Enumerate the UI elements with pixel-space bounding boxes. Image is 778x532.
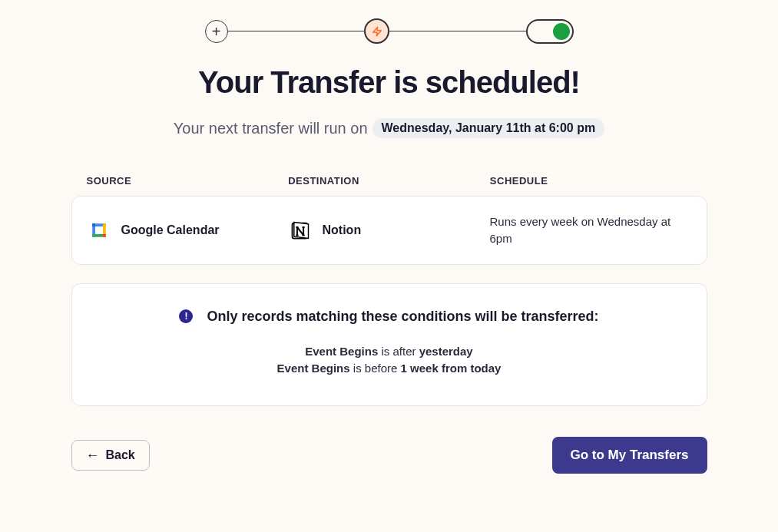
step-2-configure[interactable] [364,18,389,44]
info-icon: ! [179,309,193,323]
condition-rule: Event Begins is after yesterday [305,343,472,361]
step-1-add[interactable]: + [205,20,228,43]
column-source-label: SOURCE [87,175,289,187]
svg-marker-0 [372,27,381,36]
column-destination-label: DESTINATION [288,175,490,187]
schedule-description: Runs every week on Wednesday at 6pm [490,213,691,247]
source-app: Google Calendar [88,219,289,242]
conditions-card: ! Only records matching these conditions… [71,283,707,406]
page-title: Your Transfer is scheduled! [198,65,580,100]
columns-header: SOURCE DESTINATION SCHEDULE [71,175,707,187]
svg-rect-7 [92,223,95,226]
step-3-toggle[interactable] [526,19,574,44]
destination-app: Notion [289,219,490,242]
next-run-date-badge: Wednesday, January 11th at 6:00 pm [372,118,605,138]
go-to-transfers-button[interactable]: Go to My Transfers [552,437,707,474]
step-connector [228,31,365,31]
google-calendar-icon [88,219,111,242]
bolt-icon [372,26,382,37]
toggle-knob-icon [553,23,570,40]
conditions-title: Only records matching these conditions w… [207,309,598,325]
step-connector [389,31,526,31]
footer-actions: ← Back Go to My Transfers [71,437,707,474]
svg-rect-6 [103,234,106,237]
back-button[interactable]: ← Back [71,440,150,471]
transfer-summary-card: Google Calendar Notion Runs every week o… [71,196,707,265]
progress-stepper: + [205,18,574,44]
next-run-subtitle: Your next transfer will run on Wednesday… [174,118,604,138]
destination-app-name: Notion [323,223,362,237]
subtitle-prefix: Your next transfer will run on [174,120,368,137]
source-app-name: Google Calendar [121,223,220,237]
arrow-left-icon: ← [86,448,100,462]
plus-icon: + [212,24,221,39]
column-schedule-label: SCHEDULE [490,175,692,187]
condition-rule: Event Begins is before 1 week from today [277,360,502,378]
back-button-label: Back [106,448,135,462]
notion-icon [289,219,312,242]
